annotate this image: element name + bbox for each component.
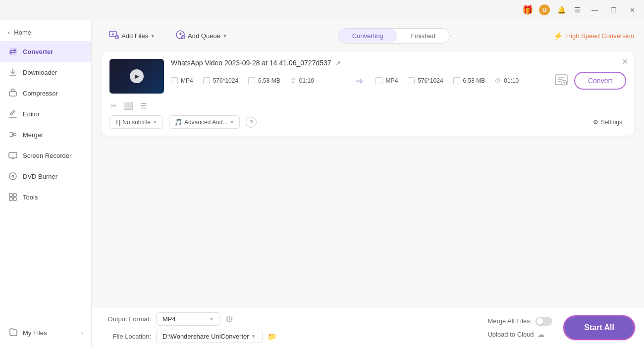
sidebar-item-dvd-burner[interactable]: DVD Burner	[0, 166, 91, 187]
dvd-burner-label: DVD Burner	[23, 173, 57, 180]
file-meta-row: MP4 576*1024 6.58 MB	[171, 72, 626, 90]
avatar-icon[interactable]: U	[539, 4, 550, 15]
subtitle-icon: T|	[115, 118, 120, 126]
add-queue-button[interactable]: Add Queue ▼	[168, 26, 234, 46]
tab-finished[interactable]: Finished	[397, 29, 449, 43]
screen-recorder-label: Screen Recorder	[23, 152, 71, 159]
home-back-button[interactable]: ‹ Home	[0, 24, 91, 41]
cloud-icon[interactable]: ☁	[537, 330, 545, 339]
source-resolution-label: 576*1024	[213, 77, 238, 84]
merger-icon	[8, 130, 18, 140]
file-location-field: File Location: D:\Wondershare UniConvert…	[102, 330, 466, 343]
target-size-check	[453, 77, 460, 84]
maximize-button[interactable]: ❐	[608, 5, 620, 15]
editor-icon	[8, 109, 18, 119]
svg-rect-1	[9, 92, 16, 96]
file-card-close-button[interactable]: ✕	[622, 57, 628, 66]
settings-gear-icon: ⚙	[593, 119, 598, 126]
downloader-label: Downloader	[23, 69, 57, 76]
tab-converting[interactable]: Converting	[338, 29, 397, 43]
menu-icon[interactable]: ☰	[573, 5, 582, 14]
sidebar-item-merger[interactable]: Merger	[0, 124, 91, 145]
editor-label: Editor	[23, 110, 40, 118]
downloader-icon	[8, 67, 18, 77]
upload-cloud-label: Upload to Cloud	[487, 331, 534, 338]
tab-switcher: Converting Finished	[338, 28, 450, 44]
format-settings-icon[interactable]: ⚙	[225, 314, 233, 325]
close-button[interactable]: ✕	[627, 5, 638, 15]
sidebar-item-editor[interactable]: Editor	[0, 103, 91, 124]
add-files-chevron-icon: ▼	[150, 33, 155, 39]
file-location-label: File Location:	[102, 333, 151, 340]
sidebar-item-downloader[interactable]: Downloader	[0, 62, 91, 83]
my-files-item[interactable]: My Files ›	[0, 322, 91, 344]
subtitle-chevron-icon: ▼	[153, 119, 158, 125]
add-files-label: Add Files	[121, 32, 148, 40]
target-duration-label: 01:10	[504, 77, 519, 84]
tools-icon	[8, 192, 18, 202]
compressor-label: Compressor	[23, 90, 58, 97]
add-queue-icon	[175, 29, 186, 43]
file-card-top: ▶ ✂ ⬜ ☰ WhatsApp Video 2023-09-28 at 14.…	[109, 59, 626, 110]
add-files-button[interactable]: Add Files ▼	[102, 26, 162, 46]
settings-button[interactable]: ⚙ Settings	[589, 117, 626, 128]
source-clock-icon: ⏱	[290, 77, 296, 84]
start-all-button[interactable]: Start All	[564, 316, 634, 339]
play-button[interactable]: ▶	[130, 69, 144, 83]
main-content: Add Files ▼ Add Queue ▼	[92, 20, 644, 348]
source-format-label: MP4	[181, 77, 193, 84]
merge-files-field: Merge All Files:	[487, 317, 552, 326]
thumbnail-image: ▶	[109, 59, 164, 94]
source-resolution-check	[203, 77, 210, 84]
target-meta: MP4 576*1024 6.58 MB	[376, 77, 548, 84]
svg-rect-6	[9, 194, 12, 197]
merger-label: Merger	[23, 131, 43, 139]
sidebar-item-screen-recorder[interactable]: Screen Recorder	[0, 145, 91, 166]
bottom-right-fields: Merge All Files: Upload to Cloud ☁	[487, 317, 552, 339]
upload-cloud-field: Upload to Cloud ☁	[487, 330, 552, 339]
target-resolution-check	[408, 77, 415, 84]
minimize-button[interactable]: —	[589, 5, 601, 15]
file-card-tools: ✂ ⬜ ☰	[109, 101, 164, 110]
audio-select[interactable]: 🎵 Advanced Aud... ▼	[169, 115, 240, 129]
target-format-label: MP4	[385, 77, 398, 84]
merge-toggle[interactable]	[536, 317, 552, 326]
crop-icon[interactable]: ⬜	[124, 101, 133, 110]
source-size-label: 6.58 MB	[258, 77, 280, 84]
external-link-icon[interactable]: ↗	[335, 59, 341, 67]
my-files-label: My Files	[23, 329, 47, 337]
file-info: WhatsApp Video 2023-09-28 at 14.41.06_07…	[171, 59, 626, 90]
info-button[interactable]: ?	[246, 117, 257, 128]
sidebar-item-converter[interactable]: Converter	[0, 41, 91, 62]
title-bar-icons: 🎁 U 🔔 ☰ — ❐ ✕	[523, 4, 638, 15]
list-icon[interactable]: ☰	[140, 101, 147, 110]
file-card: ✕ ▶ ✂ ⬜ ☰	[102, 52, 634, 136]
add-files-icon	[108, 29, 119, 43]
bell-icon[interactable]: 🔔	[557, 5, 566, 14]
sidebar-item-tools[interactable]: Tools	[0, 187, 91, 207]
subtitle-select[interactable]: T| No subtitle ▼	[109, 115, 163, 129]
file-list-area: ✕ ▶ ✂ ⬜ ☰	[92, 52, 644, 307]
settings-label: Settings	[601, 119, 622, 126]
add-queue-chevron-icon: ▼	[222, 33, 227, 39]
target-format-check	[376, 77, 382, 84]
trim-icon[interactable]: ✂	[110, 101, 117, 110]
high-speed-conversion[interactable]: ⚡ High Speed Conversion	[553, 31, 634, 41]
gift-icon[interactable]: 🎁	[523, 5, 532, 14]
bottom-row: Output Format: MP4 ▼ ⚙ File Location: D:…	[102, 312, 466, 343]
source-duration-label: 01:10	[299, 77, 314, 84]
svg-point-2	[12, 134, 14, 136]
svg-rect-3	[9, 152, 17, 158]
location-select[interactable]: D:\Wondershare UniConverter ▼	[156, 330, 263, 343]
convert-button[interactable]: Convert	[574, 72, 626, 90]
dvd-burner-icon	[8, 171, 18, 181]
folder-icon[interactable]: 📁	[268, 332, 277, 341]
format-select[interactable]: MP4 ▼	[156, 312, 220, 326]
output-settings-icon[interactable]	[554, 73, 568, 89]
output-format-label: Output Format:	[102, 315, 151, 323]
location-chevron-icon: ▼	[251, 334, 256, 339]
target-resolution-label: 576*1024	[418, 77, 443, 84]
source-size-check	[248, 77, 255, 84]
merge-files-label: Merge All Files:	[487, 317, 532, 325]
sidebar-item-compressor[interactable]: Compressor	[0, 83, 91, 103]
